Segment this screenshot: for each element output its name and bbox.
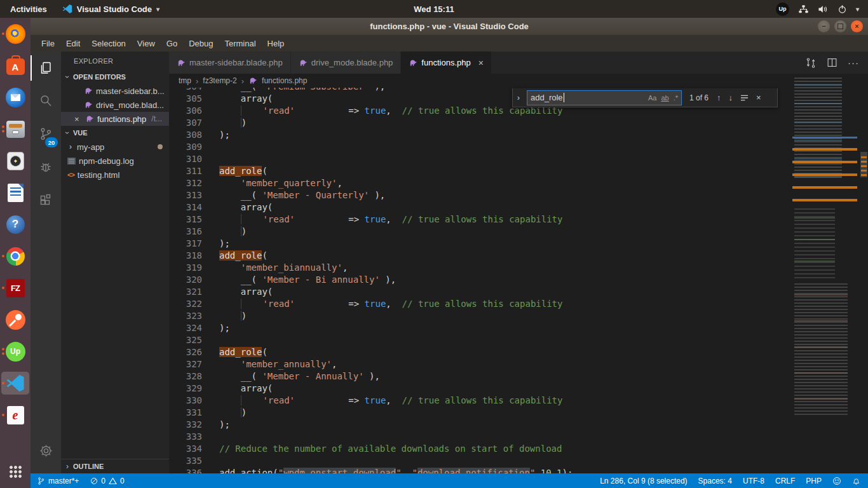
code-line[interactable]: 327 'member_annually',	[169, 358, 790, 370]
breadcrumb-item[interactable]: tmp	[179, 76, 191, 85]
code-line[interactable]: 333	[169, 431, 790, 443]
extensions-view-button[interactable]	[31, 184, 61, 217]
previous-match-button[interactable]: ↑	[715, 93, 723, 102]
more-actions-icon[interactable]: ···	[848, 57, 859, 68]
whole-word-button[interactable]: ab	[661, 94, 668, 102]
branch-indicator[interactable]: master*+	[37, 477, 79, 485]
open-editor-item[interactable]: drive_mode.blad...	[61, 98, 169, 112]
menu-help[interactable]: Help	[262, 37, 290, 50]
menu-edit[interactable]: Edit	[60, 37, 86, 50]
problems-indicator[interactable]: 0 0	[90, 477, 124, 485]
toggle-replace-icon[interactable]: ›	[514, 93, 523, 102]
code-line[interactable]: 307 )	[169, 117, 790, 129]
open-editor-item-active[interactable]: × functions.php /t...	[61, 112, 169, 126]
dock-item-rhythmbox[interactable]	[1, 149, 29, 172]
code-line[interactable]: 317);	[169, 238, 790, 250]
close-icon[interactable]: ×	[478, 58, 484, 68]
activities-button[interactable]: Activities	[10, 4, 47, 14]
code-line[interactable]: 313 __( 'Member - Quarterly' ),	[169, 189, 790, 201]
editor-scrollbar[interactable]	[860, 74, 868, 473]
breadcrumb-item[interactable]: functions.php	[262, 76, 307, 85]
menu-view[interactable]: View	[132, 37, 161, 50]
find-input[interactable]: add_role Aa ab .*	[527, 90, 682, 105]
dock-item-vscode[interactable]	[1, 372, 29, 395]
dock-item-redapp[interactable]: e	[1, 403, 29, 426]
dock-item-writer[interactable]	[1, 181, 29, 204]
code-line[interactable]: 324);	[169, 322, 790, 334]
split-editor-icon[interactable]	[827, 57, 837, 68]
tree-item-file[interactable]: <> testing.html	[61, 168, 169, 182]
dock-item-files[interactable]	[1, 118, 29, 140]
menu-selection[interactable]: Selection	[86, 37, 131, 50]
code-line[interactable]: 320 __( 'Member - Bi annually' ),	[169, 274, 790, 286]
code-line[interactable]: 334// Reduce the number of available dow…	[169, 443, 790, 455]
manage-button[interactable]	[31, 434, 61, 467]
outline-section[interactable]: › OUTLINE	[61, 459, 169, 473]
code-line[interactable]: 322 'read' => true, // true allows this …	[169, 298, 790, 310]
encoding-indicator[interactable]: UTF-8	[743, 477, 764, 485]
app-menu-button[interactable]: Visual Studio Code ▾	[62, 4, 159, 14]
code-line[interactable]: 330 'read' => true, // true allows this …	[169, 395, 790, 407]
code-line[interactable]: 316 )	[169, 226, 790, 238]
language-indicator[interactable]: PHP	[806, 477, 822, 485]
find-in-selection-button[interactable]	[738, 94, 750, 102]
clock[interactable]: Wed 15:11	[414, 4, 454, 14]
source-control-view-button[interactable]: 20	[31, 118, 61, 151]
explorer-view-button[interactable]	[31, 51, 61, 85]
tab-master-sidebar.blade.php[interactable]: master-sidebar.blade.php	[169, 51, 291, 74]
search-view-button[interactable]	[31, 85, 61, 118]
dock-item-filezilla[interactable]: FZ	[1, 276, 29, 299]
match-case-button[interactable]: Aa	[648, 94, 656, 102]
code-line[interactable]: 310	[169, 153, 790, 165]
code-line[interactable]: 331 )	[169, 407, 790, 419]
next-match-button[interactable]: ↓	[727, 93, 735, 102]
debug-view-button[interactable]	[31, 151, 61, 184]
dock-item-upwork[interactable]: Up	[1, 340, 29, 363]
code-line[interactable]: 335	[169, 455, 790, 467]
close-button[interactable]: ×	[851, 20, 863, 32]
system-status-area[interactable]: Up ▾	[776, 3, 868, 16]
dock-item-chrome[interactable]	[1, 245, 29, 268]
code-line[interactable]: 308);	[169, 129, 790, 141]
code-line[interactable]: 309	[169, 141, 790, 153]
dock-item-thunderbird[interactable]	[1, 86, 29, 109]
open-editor-item[interactable]: master-sidebar.b...	[61, 84, 169, 98]
menu-debug[interactable]: Debug	[183, 37, 219, 50]
code-line[interactable]: 321 array(	[169, 286, 790, 298]
dock-item-postman[interactable]	[1, 308, 29, 331]
menu-file[interactable]: File	[36, 37, 60, 50]
menu-terminal[interactable]: Terminal	[219, 37, 261, 50]
code-line[interactable]: 312 'member_quarterly',	[169, 177, 790, 189]
code-line[interactable]: 332);	[169, 419, 790, 431]
close-icon[interactable]: ×	[74, 114, 82, 124]
code-line[interactable]: 315 'read' => true, // true allows this …	[169, 214, 790, 226]
notifications-button[interactable]	[852, 477, 860, 485]
minimap[interactable]	[790, 74, 860, 473]
code-line[interactable]: 319 'member_biannually',	[169, 262, 790, 274]
tree-item-folder[interactable]: › my-app	[61, 140, 169, 154]
cursor-position[interactable]: Ln 286, Col 9 (8 selected)	[600, 477, 687, 485]
dock-item-help[interactable]: ?	[1, 213, 29, 236]
tab-functions.php[interactable]: functions.php×	[401, 51, 492, 74]
code-line[interactable]: 311add_role(	[169, 165, 790, 177]
code-area[interactable]: 304 __( 'Premium Subscriber' ),305 array…	[169, 88, 790, 473]
breadcrumb-item[interactable]: fz3temp-2	[203, 76, 236, 85]
maximize-button[interactable]	[834, 20, 846, 32]
tab-drive_mode.blade.php[interactable]: drive_mode.blade.php	[291, 51, 402, 74]
window-title-bar[interactable]: functions.php - vue - Visual Studio Code…	[31, 18, 868, 35]
dock-item-firefox[interactable]	[1, 22, 29, 45]
feedback-button[interactable]	[832, 477, 841, 485]
code-line[interactable]: 314 array(	[169, 201, 790, 214]
minimize-button[interactable]: −	[818, 20, 830, 32]
code-line[interactable]: 323 )	[169, 310, 790, 322]
tree-item-file[interactable]: npm-debug.log	[61, 154, 169, 168]
code-line[interactable]: 336add_action("wpdm_onstart_download", "…	[169, 467, 790, 473]
dock-item-software[interactable]: A	[1, 54, 29, 77]
scrollbar-thumb[interactable]	[860, 152, 867, 177]
show-applications-button[interactable]	[1, 460, 29, 483]
code-line[interactable]: 329 array(	[169, 383, 790, 395]
indentation-indicator[interactable]: Spaces: 4	[698, 477, 732, 485]
open-editors-header[interactable]: › OPEN EDITORS	[61, 70, 169, 84]
close-find-button[interactable]: ×	[754, 93, 763, 102]
workspace-header[interactable]: › VUE	[61, 126, 169, 140]
